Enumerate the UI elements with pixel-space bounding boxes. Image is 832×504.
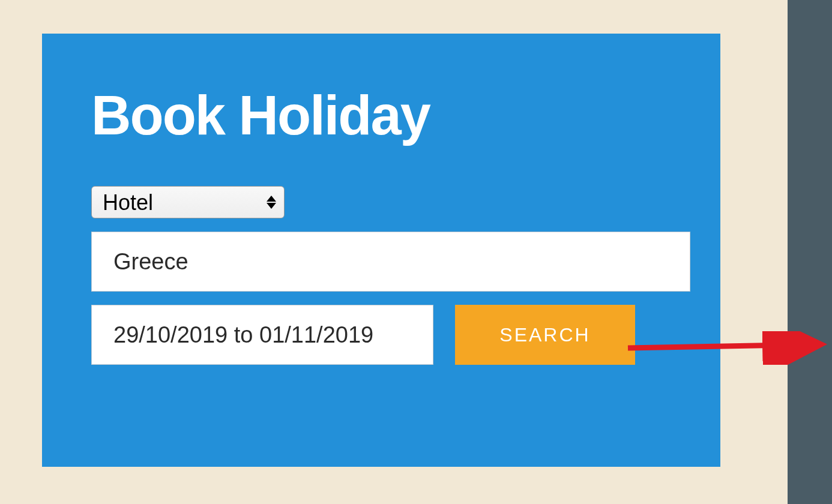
destination-input[interactable] [91,232,690,292]
booking-card: Book Holiday Hotel SEARCH [42,34,720,467]
date-search-row: SEARCH [91,305,690,365]
type-select-wrapper: Hotel [91,186,285,218]
booking-title: Book Holiday [91,88,666,143]
accommodation-type-select[interactable]: Hotel [91,186,285,218]
page-sidebar-edge [788,0,832,504]
date-range-input[interactable] [91,305,433,365]
search-button[interactable]: SEARCH [455,305,635,365]
